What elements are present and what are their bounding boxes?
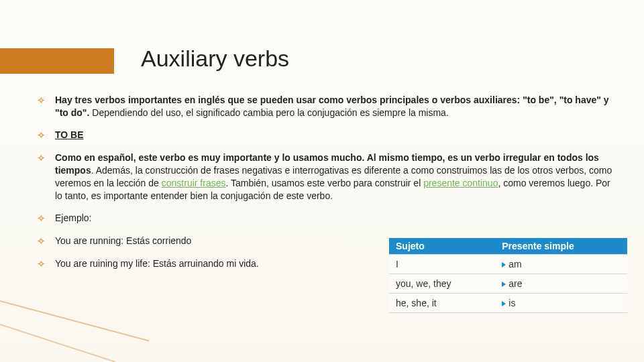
list-item-text: Hay tres verbos importantes en inglés qu…: [55, 94, 617, 119]
list-item: ✧Hay tres verbos importantes en inglés q…: [37, 94, 617, 119]
table-cell: you, we, they: [389, 274, 495, 294]
diamond-bullet-icon: ✧: [37, 235, 46, 248]
diamond-bullet-icon: ✧: [37, 152, 46, 165]
table-row: Iam: [389, 255, 627, 274]
conjugation-table: SujetoPresente simple Iamyou, we, theyar…: [389, 238, 627, 313]
list-item: ✧Ejemplo:: [37, 212, 617, 225]
table-cell: are: [495, 274, 627, 294]
page-title: Auxiliary verbs: [141, 46, 289, 72]
table-body: Iamyou, we, theyarehe, she, itis: [389, 255, 627, 313]
table-cell: I: [389, 255, 495, 274]
col-subject: Sujeto: [389, 238, 495, 255]
table-cell: am: [495, 255, 627, 274]
play-icon[interactable]: [502, 262, 506, 267]
table-header-row: SujetoPresente simple: [389, 238, 627, 255]
decorative-line: [0, 300, 149, 341]
table-cell: is: [495, 294, 627, 313]
list-item-text: You are ruining my life: Estás arruinand…: [55, 257, 259, 270]
list-item-text: Como en español, este verbo es muy impor…: [55, 152, 617, 202]
accent-bar: [0, 48, 114, 74]
inline-link[interactable]: presente continuo: [423, 178, 498, 188]
list-item-text: You are running: Estás corriendo: [55, 235, 191, 247]
diamond-bullet-icon: ✧: [37, 257, 46, 271]
inline-link[interactable]: construir frases: [162, 178, 226, 188]
play-icon[interactable]: [502, 282, 506, 287]
list-item: ✧Como en español, este verbo es muy impo…: [37, 152, 617, 202]
diamond-bullet-icon: ✧: [37, 129, 46, 142]
conjugation-table-wrap: SujetoPresente simple Iamyou, we, theyar…: [389, 238, 627, 313]
decorative-line: [0, 324, 115, 362]
table-row: he, she, itis: [389, 294, 627, 313]
table-cell: he, she, it: [389, 294, 495, 313]
col-present: Presente simple: [495, 238, 627, 255]
table-row: you, we, theyare: [389, 274, 627, 294]
play-icon[interactable]: [502, 301, 506, 306]
list-item-text: TO BE: [55, 129, 84, 141]
list-item-text: Ejemplo:: [55, 212, 91, 225]
diamond-bullet-icon: ✧: [37, 212, 46, 225]
diamond-bullet-icon: ✧: [37, 94, 46, 107]
list-item: ✧TO BE: [37, 129, 617, 142]
